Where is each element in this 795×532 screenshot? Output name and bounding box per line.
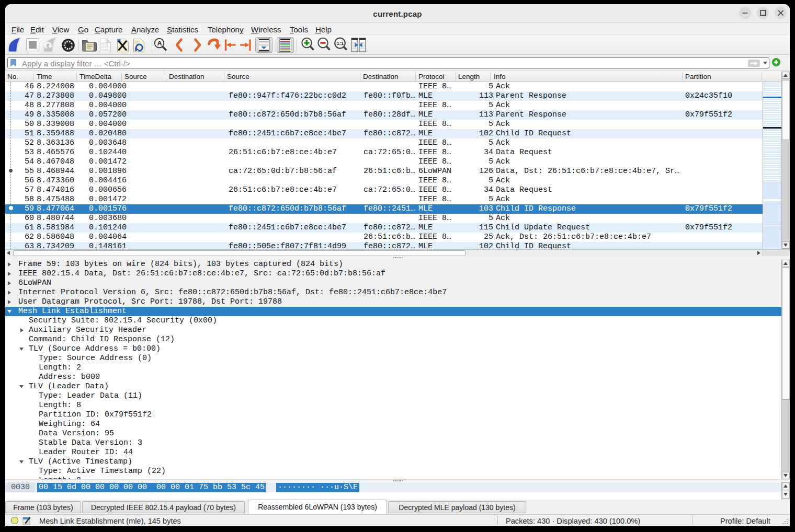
svg-text:0111: 0111 — [101, 48, 109, 52]
svg-text:1:1: 1:1 — [337, 40, 344, 46]
svg-text:A: A — [157, 40, 162, 47]
